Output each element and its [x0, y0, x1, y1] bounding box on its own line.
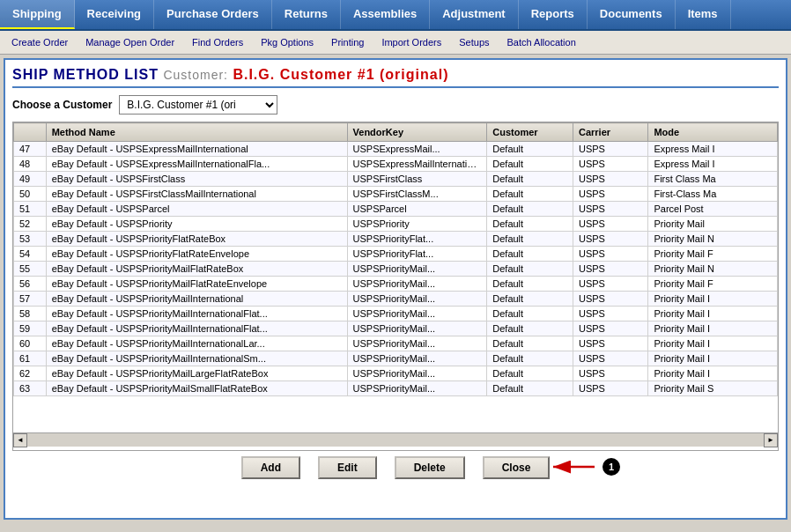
cell-num: 52 [14, 217, 47, 232]
cell-vendor: USPSPriorityMail... [347, 321, 487, 336]
table-row[interactable]: 50 eBay Default - USPSFirstClassMailInte… [14, 187, 778, 202]
customer-select[interactable]: B.I.G. Customer #1 (ori [119, 95, 277, 115]
cell-vendor: USPSPriorityMail... [347, 262, 487, 277]
cell-customer: Default [487, 366, 573, 381]
cell-num: 63 [14, 381, 47, 396]
delete-button[interactable]: Delete [395, 456, 465, 479]
cell-method: eBay Default - USPSPriorityMailLargeFlat… [46, 366, 347, 381]
cell-mode: Priority Mail I [648, 292, 778, 307]
edit-button[interactable]: Edit [318, 456, 377, 479]
cell-customer: Default [487, 187, 573, 202]
cell-customer: Default [487, 142, 573, 157]
table-row[interactable]: 60 eBay Default - USPSPriorityMailIntern… [14, 336, 778, 351]
sec-import-orders[interactable]: Import Orders [373, 33, 449, 51]
table-row[interactable]: 53 eBay Default - USPSPriorityFlatRateBo… [14, 232, 778, 247]
col-header-num [14, 123, 47, 142]
table-row[interactable]: 57 eBay Default - USPSPriorityMailIntern… [14, 292, 778, 307]
page-title-customer-label: Customer: [163, 68, 228, 82]
cell-method: eBay Default - USPSPriorityMailFlatRateB… [46, 262, 347, 277]
cell-carrier: USPS [573, 187, 647, 202]
cell-carrier: USPS [573, 351, 647, 366]
nav-documents[interactable]: Documents [588, 0, 676, 29]
sec-manage-open-order[interactable]: Manage Open Order [78, 33, 182, 51]
nav-reports[interactable]: Reports [519, 0, 588, 29]
customer-chooser-label: Choose a Customer [12, 99, 112, 111]
cell-vendor: USPSExpressMail... [347, 142, 487, 157]
cell-method: eBay Default - USPSPriorityMailInternati… [46, 307, 347, 321]
nav-returns[interactable]: Returns [272, 0, 341, 29]
cell-vendor: USPSExpressMailInternationalFla... [347, 157, 487, 172]
sec-pkg-options[interactable]: Pkg Options [253, 33, 322, 51]
table-scroll[interactable]: Method Name VendorKey Customer Carrier M… [13, 122, 778, 432]
cell-vendor: USPSPriorityMail... [347, 381, 487, 396]
scroll-right-button[interactable]: ► [764, 433, 778, 447]
sec-printing[interactable]: Printing [323, 33, 372, 51]
cell-num: 49 [14, 172, 47, 187]
cell-vendor: USPSPriority [347, 217, 487, 232]
cell-vendor: USPSPriorityMail... [347, 336, 487, 351]
cell-num: 48 [14, 157, 47, 172]
page-title-customer-name: B.I.G. Customer #1 (original) [233, 67, 448, 82]
cell-method: eBay Default - USPSFirstClass [46, 172, 347, 187]
nav-items[interactable]: Items [676, 0, 731, 29]
table-row[interactable]: 51 eBay Default - USPSParcel USPSParcel … [14, 202, 778, 217]
nav-receiving[interactable]: Receiving [75, 0, 154, 29]
horizontal-scrollbar[interactable]: ◄ ► [13, 432, 778, 447]
cell-vendor: USPSPriorityMail... [347, 366, 487, 381]
table-row[interactable]: 63 eBay Default - USPSPriorityMailSmallF… [14, 381, 778, 396]
table-row[interactable]: 55 eBay Default - USPSPriorityMailFlatRa… [14, 262, 778, 277]
nav-adjustment[interactable]: Adjustment [430, 0, 519, 29]
table-row[interactable]: 58 eBay Default - USPSPriorityMailIntern… [14, 307, 778, 321]
cell-carrier: USPS [573, 232, 647, 247]
cell-num: 51 [14, 202, 47, 217]
table-row[interactable]: 47 eBay Default - USPSExpressMailInterna… [14, 142, 778, 157]
sec-batch-allocation[interactable]: Batch Allocation [499, 33, 584, 51]
ship-method-table: Method Name VendorKey Customer Carrier M… [13, 122, 778, 396]
cell-customer: Default [487, 232, 573, 247]
scroll-left-button[interactable]: ◄ [13, 433, 27, 447]
nav-purchase-orders[interactable]: Purchase Orders [154, 0, 272, 29]
sec-find-orders[interactable]: Find Orders [184, 33, 251, 51]
table-row[interactable]: 54 eBay Default - USPSPriorityFlatRateEn… [14, 247, 778, 262]
cell-carrier: USPS [573, 292, 647, 307]
table-row[interactable]: 61 eBay Default - USPSPriorityMailIntern… [14, 351, 778, 366]
cell-method: eBay Default - USPSPriorityFlatRateBox [46, 232, 347, 247]
table-row[interactable]: 52 eBay Default - USPSPriority USPSPrior… [14, 217, 778, 232]
table-container: Method Name VendorKey Customer Carrier M… [12, 122, 779, 451]
cell-method: eBay Default - USPSPriority [46, 217, 347, 232]
cell-vendor: USPSPriorityMail... [347, 292, 487, 307]
cell-mode: Priority Mail F [648, 277, 778, 292]
table-row[interactable]: 59 eBay Default - USPSPriorityMailIntern… [14, 321, 778, 336]
cell-customer: Default [487, 277, 573, 292]
cell-mode: Express Mail I [648, 157, 778, 172]
cell-customer: Default [487, 247, 573, 262]
cell-vendor: USPSPriorityFlat... [347, 232, 487, 247]
cell-carrier: USPS [573, 172, 647, 187]
sec-setups[interactable]: Setups [451, 33, 497, 51]
col-header-vendor: VendorKey [347, 123, 487, 142]
page-title-main: Ship Method List [12, 67, 159, 82]
col-header-method: Method Name [46, 123, 347, 142]
nav-assemblies[interactable]: Assemblies [341, 0, 430, 29]
page-title-bar: Ship Method List Customer: B.I.G. Custom… [12, 67, 779, 88]
table-row[interactable]: 56 eBay Default - USPSPriorityMailFlatRa… [14, 277, 778, 292]
sec-create-order[interactable]: Create Order [4, 33, 76, 51]
cell-carrier: USPS [573, 142, 647, 157]
add-button[interactable]: Add [241, 456, 300, 479]
table-row[interactable]: 62 eBay Default - USPSPriorityMailLargeF… [14, 366, 778, 381]
cell-num: 55 [14, 262, 47, 277]
cell-carrier: USPS [573, 366, 647, 381]
table-row[interactable]: 48 eBay Default - USPSExpressMailInterna… [14, 157, 778, 172]
cell-carrier: USPS [573, 381, 647, 396]
cell-carrier: USPS [573, 307, 647, 321]
cell-customer: Default [487, 307, 573, 321]
cell-mode: Priority Mail I [648, 351, 778, 366]
cell-carrier: USPS [573, 336, 647, 351]
close-button[interactable]: Close [483, 456, 551, 479]
col-header-carrier: Carrier [573, 123, 647, 142]
cell-vendor: USPSParcel [347, 202, 487, 217]
cell-num: 59 [14, 321, 47, 336]
table-row[interactable]: 49 eBay Default - USPSFirstClass USPSFir… [14, 172, 778, 187]
cell-carrier: USPS [573, 277, 647, 292]
nav-shipping[interactable]: Shipping [0, 0, 75, 29]
